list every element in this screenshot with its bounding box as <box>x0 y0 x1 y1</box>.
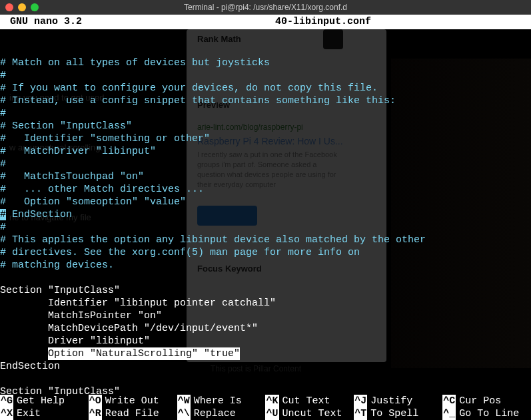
shortcut-key[interactable]: ^R <box>89 407 102 420</box>
code-line: # If you want to configure your devices,… <box>0 83 378 94</box>
code-line: MatchIsPointer "on" <box>0 310 162 321</box>
code-line: # ... other Match directives ... <box>0 184 204 195</box>
shortcut-label: Replace <box>194 407 236 420</box>
code-line: EndSection <box>0 361 60 372</box>
code-line: # MatchIsTouchpad "on" <box>0 171 144 182</box>
nano-footer: ^GGet Help ^OWrite Out ^WWhere Is ^KCut … <box>0 395 531 420</box>
shortcut-key[interactable]: ^\ <box>177 407 191 420</box>
nano-header: GNU nano 3.2 40-libinput.conf <box>0 15 531 29</box>
code-line: Driver "libinput" <box>0 335 150 347</box>
shortcut-key[interactable]: ^U <box>265 407 278 420</box>
editor-area[interactable]: Rank Math Preview arie-lint.com/blog/ras… <box>0 29 531 395</box>
shortcut-label: To Spell <box>370 407 418 420</box>
code-line: # matching devices. <box>0 260 114 271</box>
code-line: # Match on all types of devices but joys… <box>0 57 270 69</box>
code-line: # <box>0 222 6 233</box>
shortcut-label: Uncut Text <box>282 407 342 420</box>
code-line: Identifier "libinput pointer catchall" <box>0 298 276 309</box>
shortcut-label: Go To Line <box>459 407 519 420</box>
code-line: # Identifier "something or other" <box>0 133 210 144</box>
code-line: # <box>0 70 6 81</box>
traffic-lights <box>5 3 39 11</box>
code-line: # This applies the option any libinput d… <box>0 234 426 246</box>
code-line: # EndSection <box>0 209 72 220</box>
code-line: # Option "someoption" "value" <box>0 196 186 208</box>
shortcut-label: Exit <box>17 407 41 420</box>
file-content: # Match on all types of devices but joys… <box>0 29 531 398</box>
code-line: # MatchDriver "libinput" <box>0 146 156 157</box>
cursor: # <box>0 209 6 220</box>
highlighted-text: Option "NaturalScrolling" "true" <box>48 347 240 360</box>
code-line: Section "InputClass" <box>0 386 120 397</box>
shortcut-key[interactable]: ^_ <box>442 407 456 420</box>
nano-version: GNU nano 3.2 <box>10 16 82 28</box>
minimize-icon[interactable] <box>18 3 26 11</box>
maximize-icon[interactable] <box>31 3 39 11</box>
shortcut-label: Read File <box>105 407 159 420</box>
window-titlebar: Terminal - pi@rpi4: /usr/share/X11/xorg.… <box>0 0 531 15</box>
shortcut-key[interactable]: ^T <box>354 407 367 420</box>
code-line: # Section "InputClass" <box>0 120 132 132</box>
code-line: Option "NaturalScrolling" "true" <box>0 348 240 359</box>
code-line: # <box>0 108 6 119</box>
nano-filename: 40-libinput.conf <box>82 16 524 28</box>
blank-line <box>0 45 6 56</box>
code-line: MatchDevicePath "/dev/input/event*" <box>0 323 258 334</box>
code-line: # Instead, use a config snippet that con… <box>0 95 396 106</box>
shortcut-key[interactable]: ^X <box>0 407 13 420</box>
code-line: # <box>0 158 6 170</box>
window-title: Terminal - pi@rpi4: /usr/share/X11/xorg.… <box>0 3 531 12</box>
code-line: Section "InputClass" <box>0 285 120 296</box>
close-icon[interactable] <box>5 3 13 11</box>
code-line: # directives. See the xorg.conf(5) man p… <box>0 247 360 258</box>
